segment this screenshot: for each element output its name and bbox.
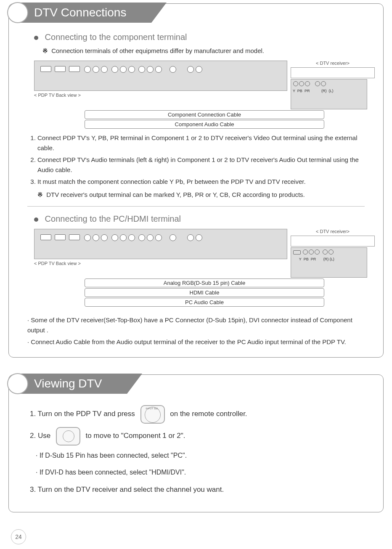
note-text: Connection terminals of other equipmetns… [51,47,264,54]
port-l: (L) [330,257,334,261]
pc-hdmi-notes: · Some of the DTV receiver(Set-Top-Box) … [27,315,365,347]
port-pb: PB [304,257,309,261]
bullet-dot-icon [34,217,38,222]
nav-button-icon [56,427,80,446]
pc-audio-cable-label: PC Audio Cable [85,298,324,307]
subheading-text: Connecting to the component terminal [45,32,187,42]
port-r: (R) [321,89,327,93]
port-l: (L) [328,89,333,93]
section-title: Viewing DTV [20,374,127,394]
pc-hdmi-note-1: · Some of the DTV receiver(Set-Top-Box) … [27,315,365,335]
note-mark-icon: ※ [42,47,48,54]
viewing-step-3: 3. Turn on the DTV receiver and select t… [30,483,362,497]
viewing-steps: 1. Turn on the PDP TV and press INPUT SE… [30,405,362,497]
section-title-bar: Viewing DTV [7,373,127,394]
input-select-button-icon: INPUT SEL. [140,405,165,424]
steps-note-text: DTV receiver's output terminal can be ma… [46,191,305,198]
viewing-subnote-2: · If DVI-D has been connected, select "H… [36,466,362,479]
section-title: DTV Connections [20,3,151,23]
component-connection-diagram: < PDP TV Back view > < DTV receiver> Y P… [34,61,375,129]
dtv-receiver-label-2: < DTV receiver> [291,229,375,234]
note-line: ※ Connection terminals of other equipmet… [42,47,375,55]
receiver-top-icon [291,236,375,247]
pdp-tv-back-panel-2 [34,229,287,259]
divider [27,206,365,207]
title-circle-icon [7,373,28,394]
port-pb: PB [297,89,302,93]
viewing-step-2: 2. Use to move to "Component 1 or 2". [30,427,362,446]
pc-hdmi-note-2: · Connect Audio Cable from the Audio out… [27,337,365,347]
subheading-pc-hdmi: Connecting to the PC/HDMI terminal [34,214,375,224]
receiver-top-icon [291,67,375,78]
analog-rgb-cable-label: Analog RGB(D-Sub 15 pin) Cable [85,278,324,287]
viewing-dtv-section: Viewing DTV 1. Turn on the PDP TV and pr… [8,374,384,512]
viewing-subnote-1: · If D-Sub 15 Pin has been connected, se… [36,449,362,462]
pdp-back-view-label-2: < PDP TV Back view > [34,261,287,266]
component-steps-list: Connect PDP TV's Y, PB, PR terminal in C… [26,133,366,187]
port-y: Y [293,89,295,93]
section-title-bar: DTV Connections [7,2,151,23]
pdp-tv-back-panel [34,61,287,91]
note-mark-icon: ※ [37,191,43,198]
component-step-1: Connect PDP TV's Y, PB, PR terminal in C… [37,133,366,153]
component-connection-cable-label: Component Connection Cable [85,110,324,119]
component-steps-note: ※ DTV receiver's output terminal can be … [37,191,375,199]
pdp-back-view-label: < PDP TV Back view > [34,93,287,98]
title-circle-icon [7,2,28,23]
port-r: (R) [323,257,329,261]
port-y: Y [299,257,302,261]
subheading-text: Connecting to the PC/HDMI terminal [45,214,181,223]
dtv-receiver-panel: Y PB PR (R) (L) [291,79,367,109]
subheading-component: Connecting to the component terminal [34,32,375,42]
dtv-receiver-panel-2: Y PB PR (R) (L) [291,247,367,278]
port-pr: PR [305,89,310,93]
pc-hdmi-connection-diagram: < PDP TV Back view > < DTV receiver> Y [34,229,375,307]
component-step-2: Connect PDP TV's Audio terminals (left &… [37,155,366,175]
page-number: 24 [11,529,26,544]
component-step-3: It must match the component connection c… [37,177,366,187]
hdmi-cable-label: HDMI Cable [85,288,324,297]
page-footer: 24 [11,529,384,544]
dtv-connections-section: DTV Connections Connecting to the compon… [8,3,384,358]
dtv-receiver-label: < DTV receiver> [291,61,375,66]
bullet-dot-icon [34,36,38,40]
component-audio-cable-label: Component Audio Cable [85,120,324,129]
viewing-step-1: 1. Turn on the PDP TV and press INPUT SE… [30,405,362,424]
port-pr: PR [311,257,316,261]
